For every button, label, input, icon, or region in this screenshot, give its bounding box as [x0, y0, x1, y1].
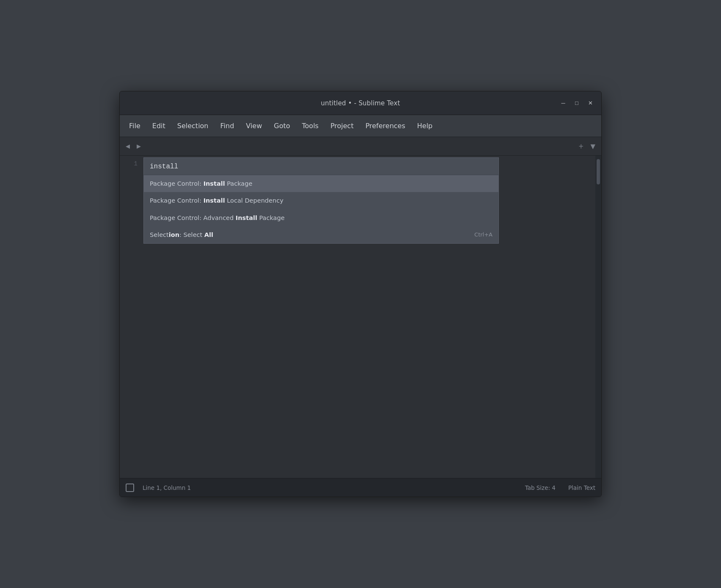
palette-result-2-text: Package Control: Install Local Dependenc… — [150, 196, 283, 205]
cursor-position: Line 1, Column 1 — [143, 484, 191, 491]
palette-result-2-prefix: Package Control: — [150, 197, 204, 204]
palette-result-3-suffix: Package — [257, 214, 285, 221]
tab-navigation: ◀ ▶ — [123, 141, 143, 151]
menu-edit[interactable]: Edit — [146, 119, 171, 132]
window-title: untitled • - Sublime Text — [321, 99, 400, 107]
palette-result-4-text: Selection: Select All — [150, 231, 213, 239]
palette-result-3-text: Package Control: Advanced Install Packag… — [150, 214, 285, 222]
app-window: untitled • - Sublime Text ─ □ ✕ File Edi… — [119, 91, 602, 497]
palette-result-1[interactable]: Package Control: Install Package — [144, 175, 498, 192]
tab-prev-arrow[interactable]: ◀ — [123, 141, 132, 151]
scrollbar-thumb[interactable] — [597, 159, 600, 184]
editor-content[interactable]: Package Control: Install Package Package… — [143, 156, 595, 478]
menu-view[interactable]: View — [240, 119, 268, 132]
palette-results: Package Control: Install Package Package… — [143, 175, 499, 244]
palette-result-1-suffix: Package — [225, 180, 253, 187]
menu-file[interactable]: File — [123, 119, 146, 132]
palette-input-wrap — [143, 157, 499, 175]
tab-dropdown-button[interactable]: ▼ — [588, 141, 598, 152]
syntax-selector[interactable]: Plain Text — [568, 484, 595, 491]
minimize-button[interactable]: ─ — [559, 99, 567, 107]
palette-result-1-bold: Install — [204, 180, 225, 187]
tabbar: ◀ ▶ + ▼ — [120, 137, 601, 156]
palette-result-4-shortcut: Ctrl+A — [474, 231, 493, 239]
menu-goto[interactable]: Goto — [268, 119, 296, 132]
menu-tools[interactable]: Tools — [296, 119, 325, 132]
statusbar: Line 1, Column 1 Tab Size: 4 Plain Text — [120, 478, 601, 497]
menu-find[interactable]: Find — [215, 119, 240, 132]
menu-project[interactable]: Project — [325, 119, 360, 132]
maximize-button[interactable]: □ — [572, 99, 581, 107]
new-tab-button[interactable]: + — [576, 141, 586, 152]
palette-result-2-suffix: Local Dependency — [225, 197, 283, 204]
palette-result-3-bold: Install — [236, 214, 257, 221]
window-controls: ─ □ ✕ — [559, 99, 594, 107]
editor-area: 1 Package Control: Install Package — [120, 156, 601, 478]
menu-help[interactable]: Help — [411, 119, 438, 132]
palette-result-4-prefix: Select — [150, 231, 169, 238]
palette-result-3[interactable]: Package Control: Advanced Install Packag… — [144, 209, 498, 226]
tab-size[interactable]: Tab Size: 4 — [525, 484, 556, 491]
menu-preferences[interactable]: Preferences — [360, 119, 411, 132]
menu-selection[interactable]: Selection — [171, 119, 215, 132]
palette-result-3-prefix: Package Control: Advanced — [150, 214, 236, 221]
menubar: File Edit Selection Find View Goto Tools… — [120, 115, 601, 137]
palette-result-1-text: Package Control: Install Package — [150, 179, 252, 188]
palette-result-2-bold: Install — [204, 197, 225, 204]
command-palette: Package Control: Install Package Package… — [143, 157, 499, 244]
palette-result-4-ion: ion — [169, 231, 179, 238]
tab-actions: + ▼ — [576, 141, 598, 152]
palette-result-4[interactable]: Selection: Select All Ctrl+A — [144, 226, 498, 243]
palette-result-4-all: All — [204, 231, 213, 238]
statusbar-right: Tab Size: 4 Plain Text — [525, 484, 595, 491]
command-palette-input[interactable] — [150, 163, 493, 170]
line-numbers-gutter: 1 — [120, 156, 143, 478]
status-icon — [126, 484, 134, 492]
palette-result-1-prefix: Package Control: — [150, 180, 204, 187]
palette-result-2[interactable]: Package Control: Install Local Dependenc… — [144, 192, 498, 209]
vertical-scrollbar[interactable] — [595, 156, 601, 478]
close-button[interactable]: ✕ — [586, 99, 594, 107]
tab-next-arrow[interactable]: ▶ — [134, 141, 143, 151]
palette-result-4-colon: : Select — [179, 231, 204, 238]
titlebar: untitled • - Sublime Text ─ □ ✕ — [120, 91, 601, 115]
line-number-1: 1 — [120, 159, 138, 168]
